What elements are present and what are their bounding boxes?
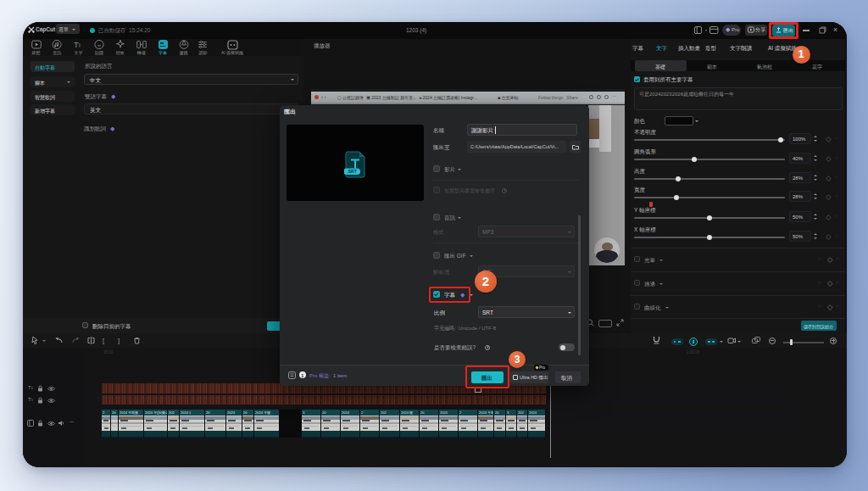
- svg-text:.SRT: .SRT: [347, 169, 356, 174]
